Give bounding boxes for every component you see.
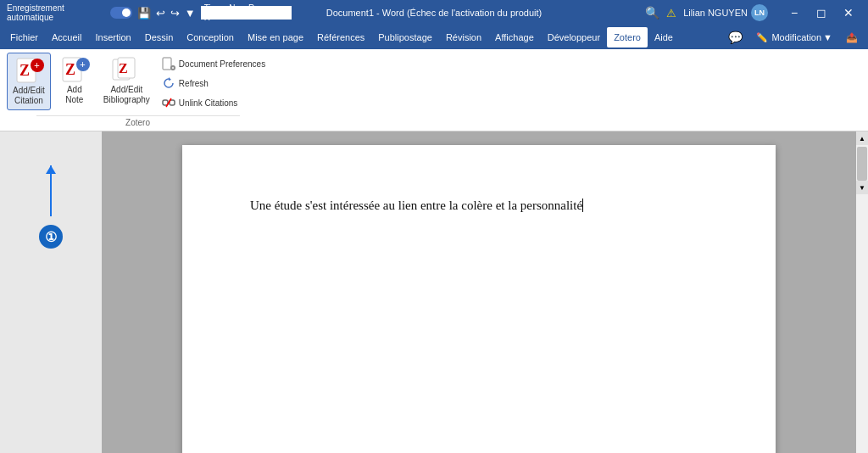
comment-icon[interactable]: 💬 [721, 27, 749, 48]
autosave-label: Enregistrement automatique [7, 3, 105, 22]
svg-text:+: + [80, 59, 86, 70]
menu-zotero[interactable]: Zotero [607, 27, 648, 48]
vertical-scrollbar[interactable]: ▲ ▼ [856, 131, 868, 194]
doc-title: Document1 - Word (Échec de l'activation … [292, 8, 576, 18]
add-edit-bibliography-icon: Z [111, 56, 142, 83]
add-note-label: AddNote [65, 85, 83, 105]
titlebar-right: 🔍 ⚠ Lilian NGUYEN LN − ◻ ✕ [576, 3, 861, 23]
refresh-icon [162, 76, 175, 90]
unlink-citations-label: Unlink Citations [179, 98, 237, 108]
document-preferences-button[interactable]: Document Preferences [159, 54, 269, 73]
document-page[interactable]: Une étude s'est intéressée au lien entre… [182, 145, 776, 453]
titlebar-left: Enregistrement automatique 💾 ↩ ↪ ▼ Times… [7, 3, 292, 22]
menu-references[interactable]: Références [310, 27, 371, 48]
zotero-group-label: Zotero [36, 115, 240, 127]
menu-revision[interactable]: Révision [439, 27, 488, 48]
autosave-toggle[interactable] [110, 7, 132, 19]
document-preferences-icon [162, 57, 175, 70]
window-controls: − ◻ ✕ [782, 3, 861, 23]
menu-conception[interactable]: Conception [180, 27, 241, 48]
minimize-button[interactable]: − [782, 3, 807, 23]
unlink-citations-icon [162, 96, 175, 109]
modification-button[interactable]: ✏️ Modification ▼ [749, 27, 839, 48]
menu-aide[interactable]: Aide [648, 27, 680, 48]
close-button[interactable]: ✕ [836, 3, 861, 23]
add-edit-citation-label: Add/EditCitation [13, 86, 45, 106]
main-content: ① Une étude s'est intéressée au lien ent… [0, 131, 868, 453]
svg-text:Z: Z [65, 61, 75, 78]
pencil-icon: ✏️ [756, 32, 768, 43]
add-edit-citation-button[interactable]: Z + Add/EditCitation [7, 53, 51, 110]
share-button[interactable]: 📤 [839, 27, 865, 48]
small-buttons: Document Preferences Refresh [159, 53, 269, 112]
citation-group-content: Z + Add/EditCitation Z + Ad [7, 53, 269, 112]
document-preferences-label: Document Preferences [179, 59, 265, 69]
redo-icon[interactable]: ↪ [170, 7, 180, 20]
citation-group: Z + Add/EditCitation Z + Ad [7, 53, 269, 127]
scroll-down-button[interactable]: ▼ [856, 181, 868, 194]
menu-insertion[interactable]: Insertion [88, 27, 137, 48]
warning-icon: ⚠ [666, 7, 676, 20]
refresh-button[interactable]: Refresh [159, 74, 269, 92]
add-edit-citation-icon: Z + [14, 57, 44, 84]
arrow-annotation [46, 165, 56, 174]
menu-publipostage[interactable]: Publipostage [371, 27, 439, 48]
scroll-up-button[interactable]: ▲ [856, 131, 868, 145]
font-box[interactable]: Times New Roman R ▼ [201, 6, 292, 20]
text-cursor [582, 199, 583, 212]
step-number: ① [39, 225, 63, 249]
save-icon[interactable]: 💾 [137, 7, 151, 20]
menu-fichier[interactable]: Fichier [3, 27, 45, 48]
arrow-head [46, 165, 56, 174]
left-panel: ① [0, 131, 102, 453]
svg-rect-11 [163, 58, 171, 70]
svg-text:Z: Z [119, 61, 128, 76]
font-selector[interactable]: Times New Roman R ▼ [201, 6, 292, 20]
search-icon[interactable]: 🔍 [645, 6, 659, 20]
document-area[interactable]: Une étude s'est intéressée au lien entre… [102, 131, 856, 453]
add-note-icon: Z + [59, 56, 90, 83]
unlink-citations-button[interactable]: Unlink Citations [159, 93, 269, 112]
menu-developpeur[interactable]: Développeur [541, 27, 607, 48]
titlebar: Enregistrement automatique 💾 ↩ ↪ ▼ Times… [0, 0, 868, 25]
toggle-knob [122, 8, 131, 17]
document-text[interactable]: Une étude s'est intéressée au lien entre… [250, 196, 708, 215]
scroll-thumb[interactable] [857, 147, 867, 181]
add-note-button[interactable]: Z + AddNote [54, 53, 95, 109]
menu-dessin[interactable]: Dessin [138, 27, 181, 48]
menu-accueil[interactable]: Accueil [45, 27, 88, 48]
svg-marker-15 [169, 77, 171, 81]
more-icon[interactable]: ▼ [185, 7, 196, 20]
menu-mise-en-page[interactable]: Mise en page [241, 27, 310, 48]
menubar: Fichier Accueil Insertion Dessin Concept… [0, 25, 868, 49]
user-info: Lilian NGUYEN LN [683, 4, 768, 21]
svg-text:Z: Z [19, 62, 30, 79]
refresh-label: Refresh [179, 79, 209, 88]
user-avatar[interactable]: LN [751, 4, 768, 21]
restore-button[interactable]: ◻ [809, 3, 834, 23]
zotero-ribbon: Z + Add/EditCitation Z + Ad [0, 49, 868, 131]
menu-affichage[interactable]: Affichage [488, 27, 541, 48]
add-edit-bibliography-button[interactable]: Z Add/EditBibliography [98, 53, 155, 109]
undo-icon[interactable]: ↩ [156, 7, 165, 20]
title-icons: 💾 ↩ ↪ ▼ [137, 7, 196, 20]
svg-text:+: + [34, 59, 40, 71]
add-edit-bibliography-label: Add/EditBibliography [103, 85, 150, 105]
